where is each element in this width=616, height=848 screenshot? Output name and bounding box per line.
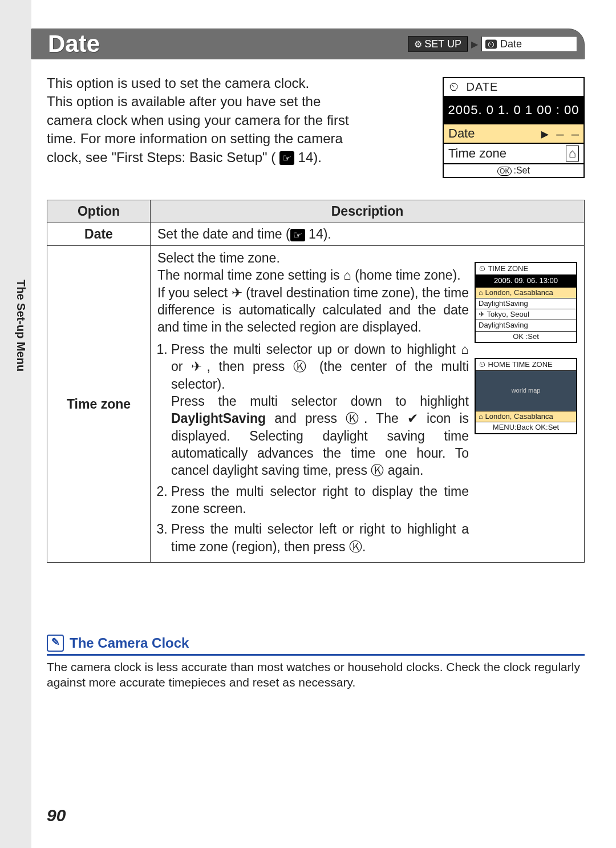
page-number: 90 [47,806,66,825]
tz-text-block: Select the time zone. The normal time zo… [157,249,475,559]
ok-icon: Ⓚ [349,539,362,554]
sample-footer: OK:Set [444,163,583,177]
side-section-label: The Set-up Menu [10,280,27,371]
ok-icon: OK [497,167,512,176]
sample-row-tz-label: Time zone [448,146,506,161]
table-header: Option Description [47,200,584,223]
mini-hometz-screen: ⏲ HOME TIME ZONE world map ⌂ London, Cas… [475,358,577,434]
plane-icon: ✈ [232,285,242,300]
clock-icon: ⏲ [448,80,460,93]
home-icon: ⌂ [566,146,579,161]
world-map-icon: world map [476,371,576,411]
sample-row-date: Date ▶ – – [444,123,583,143]
setup-icon: ⚙ [414,39,422,50]
intro-line-1: This option is used to set the camera cl… [47,74,355,92]
date-menu-sample: ⏲ DATE 2005. 0 1. 0 1 00 : 00 Date ▶ – –… [443,77,585,178]
home-icon: ⌂ [461,342,469,357]
home-icon: ⌂ [343,268,351,282]
tz-step-1: Press the multi selector up or down to h… [171,341,469,479]
tz-step-3: Press the multi selector left or right t… [171,520,469,555]
sample-datetime: 2005. 0 1. 0 1 00 : 00 [444,97,583,123]
row-tz-label: Time zone [47,246,151,562]
th-option: Option [47,200,151,223]
th-description: Description [151,200,584,223]
clock-icon: ⏲ [485,39,497,49]
breadcrumb-arrow-icon: ▶ [471,39,478,50]
tz-mini-screens: ⏲ TIME ZONE 2005. 09. 06. 13:00 ⌂ London… [475,249,577,559]
mini-timezone-screen: ⏲ TIME ZONE 2005. 09. 06. 13:00 ⌂ London… [475,262,577,343]
section-title: Date [48,30,100,58]
sample-row-date-value: ▶ – – [541,127,579,141]
pencil-icon: ✎ [47,635,64,652]
row-date-label: Date [47,223,151,245]
note-camera-clock: ✎ The Camera Clock The camera clock is l… [47,635,585,690]
row-tz-desc: Select the time zone. The normal time zo… [151,246,584,562]
breadcrumb-date: ⏲ Date [481,37,577,52]
ok-icon: Ⓚ [371,463,384,478]
intro-ref: 14 [298,150,314,165]
sample-footer-set: :Set [513,165,529,175]
tz-steps: Press the multi selector up or down to h… [157,341,469,555]
manual-page: Date ⚙ SET UP ▶ ⏲ Date This option is us… [0,0,616,848]
breadcrumb-setup-label: SET UP [424,38,461,50]
note-body: The camera clock is less accurate than m… [47,656,585,690]
ok-icon: Ⓚ [293,359,311,374]
sample-row-date-label: Date [448,126,475,141]
breadcrumb-date-label: Date [500,38,522,50]
page-gutter [0,0,31,848]
breadcrumb: ⚙ SET UP ▶ ⏲ Date [408,37,577,52]
reference-icon: ☞ [290,229,305,241]
breadcrumb-setup: ⚙ SET UP [408,37,468,52]
plane-icon: ✈ [191,359,206,374]
check-icon: ✔ [407,411,418,426]
row-date-desc: Set the date and time (☞ 14). [151,223,584,245]
sample-header: ⏲ DATE [444,78,583,97]
intro-line-2b: ). [313,150,322,165]
sample-row-tz: Time zone ⌂ [444,143,583,163]
table-row-timezone: Time zone Select the time zone. The norm… [47,245,584,562]
intro-text: This option is used to set the camera cl… [47,74,355,167]
section-header: Date ⚙ SET UP ▶ ⏲ Date [31,29,585,59]
tz-step-2: Press the multi selector right to displa… [171,483,469,518]
reference-icon: ☞ [279,151,294,165]
note-header: ✎ The Camera Clock [47,635,585,656]
options-table: Option Description Date Set the date and… [47,200,585,563]
ok-icon: Ⓚ [346,411,364,426]
table-row-date: Date Set the date and time (☞ 14). [47,223,584,245]
note-title: The Camera Clock [70,635,189,651]
sample-title: DATE [467,80,499,93]
